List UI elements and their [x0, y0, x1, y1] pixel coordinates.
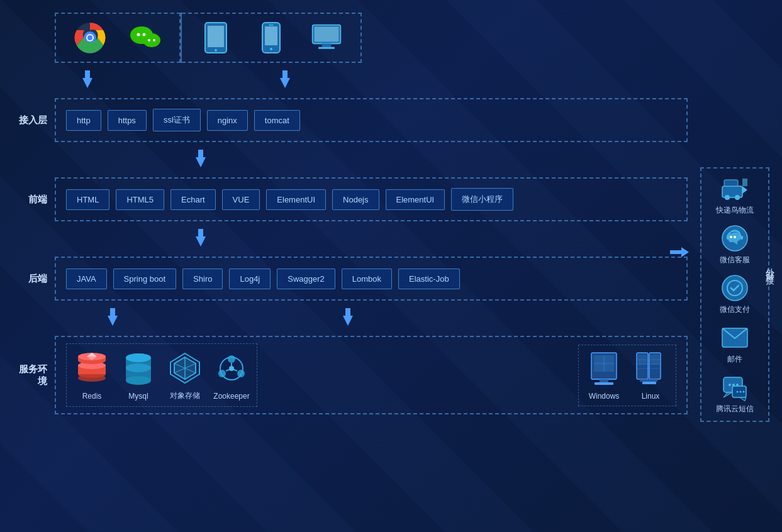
- service-linux: Linux: [632, 350, 669, 401]
- svg-rect-85: [740, 236, 743, 240]
- svg-point-40: [126, 376, 151, 385]
- chrome-icon: [74, 21, 106, 54]
- svg-rect-19: [315, 26, 339, 42]
- svg-point-76: [725, 195, 730, 200]
- arrows-row-3: [13, 229, 688, 249]
- svg-marker-95: [740, 397, 746, 401]
- main-container: 接入层 httphttpsssl证书nginxtomcat 前端 HTMLHTM…: [0, 0, 782, 532]
- svg-point-86: [722, 275, 747, 301]
- svg-point-55: [229, 366, 234, 371]
- linux-icon: [632, 350, 669, 388]
- svg-rect-80: [742, 179, 747, 186]
- arrows-row-1: [13, 70, 688, 91]
- ext-email: 邮件: [707, 324, 763, 365]
- svg-point-77: [735, 195, 740, 200]
- service-mysql: Mysql: [120, 350, 157, 401]
- express-label: 快递鸟物流: [716, 205, 754, 216]
- frontend-layer: 前端 HTMLHTML5EchartVUEElementUINodejsElem…: [13, 177, 688, 221]
- service-storage: 对象存储: [166, 349, 204, 401]
- arrow-down-5: [105, 308, 120, 328]
- wechat-pay-icon: [721, 274, 749, 302]
- frontend-badge: HTML5: [116, 189, 164, 210]
- access-badge: nginx: [207, 110, 248, 131]
- svg-point-91: [729, 384, 731, 386]
- right-panel: 外部对接 快递鸟物流: [694, 111, 776, 422]
- zookeeper-label: Zookeeper: [213, 392, 249, 401]
- windows-label: Windows: [589, 392, 620, 401]
- ext-wechat-service: 微信客服: [707, 224, 763, 265]
- svg-point-50: [237, 370, 245, 377]
- svg-rect-20: [322, 43, 332, 47]
- backend-badge: Lombok: [342, 269, 392, 289]
- access-badge: tomcat: [254, 110, 300, 131]
- sms-label: 腾讯云短信: [716, 404, 754, 414]
- backend-badge: Elastic-Job: [398, 269, 460, 289]
- arrows-row-4: [13, 308, 688, 328]
- client-wechat: [129, 21, 162, 54]
- client-tablet: [199, 21, 232, 54]
- frontend-badge: Nodejs: [332, 189, 379, 210]
- client-left-group: [55, 13, 181, 63]
- redis-label: Redis: [82, 392, 102, 401]
- tablet-icon: [199, 21, 232, 54]
- backend-badge: Log4j: [229, 269, 271, 289]
- svg-point-49: [228, 355, 235, 363]
- svg-marker-78: [742, 186, 747, 194]
- client-chrome: [74, 21, 106, 54]
- access-badge: https: [108, 110, 147, 131]
- service-layer: 服务环境: [13, 336, 688, 414]
- access-badge: http: [66, 110, 101, 131]
- ext-sms: 腾讯云短信: [707, 374, 763, 414]
- mysql-icon: [120, 350, 157, 388]
- backend-badge: Shiro: [182, 269, 223, 289]
- svg-marker-25: [196, 229, 206, 247]
- desktop-icon: [310, 21, 343, 54]
- svg-rect-60: [595, 382, 613, 385]
- email-label: 邮件: [727, 354, 742, 365]
- backend-content: JAVASpring bootShiroLog4jSwagger2LombokE…: [55, 257, 688, 301]
- svg-rect-21: [318, 47, 335, 49]
- wechat-icon: [129, 21, 162, 54]
- storage-icon: [166, 349, 204, 387]
- mysql-label: Mysql: [128, 392, 148, 401]
- svg-rect-79: [724, 180, 738, 186]
- zookeeper-icon: [213, 350, 250, 388]
- ext-express: 快递鸟物流: [707, 175, 763, 216]
- storage-label: 对象存储: [170, 391, 200, 401]
- client-phone: [255, 21, 288, 54]
- arrow-down-1: [80, 70, 95, 91]
- svg-marker-26: [108, 308, 118, 326]
- svg-point-82: [730, 236, 732, 238]
- svg-point-83: [734, 236, 736, 238]
- svg-rect-15: [265, 26, 277, 45]
- access-badge: ssl证书: [153, 109, 201, 131]
- svg-point-41: [126, 353, 151, 362]
- svg-point-97: [740, 391, 742, 392]
- service-left-group: Redis Mysql: [66, 343, 257, 407]
- access-content: httphttpsssl证书nginxtomcat: [55, 98, 688, 142]
- svg-point-9: [148, 39, 150, 42]
- express-icon: [721, 175, 749, 202]
- client-right-group: [182, 13, 362, 63]
- frontend-badge: Echart: [170, 189, 216, 210]
- arrow-down-4: [193, 229, 208, 249]
- right-section: 外部对接 快递鸟物流: [694, 13, 776, 519]
- service-windows: Windows: [585, 350, 623, 401]
- external-box: 快递鸟物流: [700, 167, 769, 422]
- backend-badge: Swagger2: [277, 269, 335, 289]
- backend-badge: JAVA: [66, 269, 107, 289]
- backend-badge: Spring boot: [113, 269, 177, 289]
- wechat-service-label: 微信客服: [720, 255, 750, 265]
- wechat-pay-label: 微信支付: [720, 304, 750, 315]
- service-right-group: Windows: [578, 345, 676, 406]
- service-zookeeper: Zookeeper: [213, 350, 250, 401]
- client-desktop: [310, 21, 343, 54]
- frontend-badge: HTML: [66, 189, 109, 210]
- svg-point-98: [743, 391, 745, 392]
- access-layer: 接入层 httphttpsssl证书nginxtomcat: [13, 98, 688, 142]
- svg-rect-59: [600, 379, 608, 382]
- svg-point-4: [87, 35, 92, 40]
- svg-point-10: [153, 39, 155, 42]
- arrow-down-2: [277, 70, 293, 91]
- svg-point-39: [126, 363, 151, 372]
